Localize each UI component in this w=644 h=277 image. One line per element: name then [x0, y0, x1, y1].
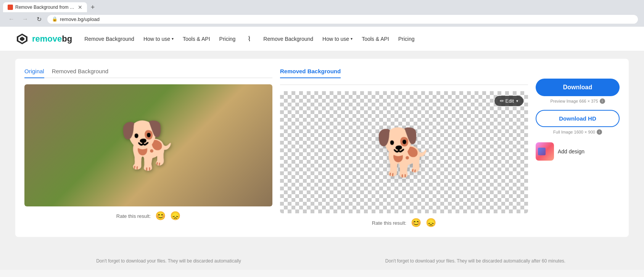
tab-title: Remove Background from Image: [15, 5, 76, 10]
nav-tools-api[interactable]: Tools & API: [183, 36, 210, 42]
tab-original[interactable]: Original: [24, 68, 44, 78]
logo-text: removebg: [32, 34, 72, 44]
nav-remove-background[interactable]: Remove Background: [84, 36, 134, 42]
footer-note-right: Don't forget to download your files. The…: [385, 258, 565, 264]
how-to-use-2-chevron: ▾: [351, 37, 353, 41]
full-info: Full Image 1600 × 900 i: [536, 129, 620, 135]
nav-tools-api-2[interactable]: Tools & API: [362, 36, 389, 42]
happy-icon-left[interactable]: 😊: [155, 211, 166, 221]
nav-how-to-use[interactable]: How to use ▾: [143, 36, 174, 42]
add-design-label: Add design: [558, 148, 584, 155]
url-text: remove.bg/upload: [60, 16, 100, 22]
nav-how-to-use-2[interactable]: How to use ▾: [322, 36, 353, 42]
active-tab[interactable]: Remove Background from Image ✕: [3, 2, 87, 12]
footer-col-right: Don't forget to download your files. The…: [322, 258, 629, 264]
sad-icon-right[interactable]: 😞: [426, 218, 436, 228]
forward-button[interactable]: →: [20, 14, 31, 24]
edit-button[interactable]: ✏ Edit ▾: [494, 96, 523, 106]
main-content: Original Removed Background 🐕 Rate this …: [0, 51, 644, 252]
full-info-icon: i: [597, 129, 602, 135]
tab-favicon: [8, 5, 13, 10]
removed-bg-image: 🐕 ✏ Edit ▾: [280, 91, 528, 213]
original-image-area: 🐕: [24, 84, 272, 206]
preview-info: Preview Image 666 × 375 i: [536, 98, 620, 104]
logo-icon: [15, 32, 29, 46]
navbar: removebg Remove Background How to use ▾ …: [0, 27, 644, 51]
rate-label-right: Rate this result:: [372, 220, 406, 226]
nav-links-left: Remove Background How to use ▾ Tools & A…: [84, 36, 235, 42]
rating-row-left: Rate this result: 😊 😞: [24, 211, 272, 221]
removed-bg-heading: Removed Background: [280, 68, 341, 78]
rating-row-right: Rate this result: 😊 😞: [280, 218, 528, 228]
original-image: 🐕: [24, 84, 272, 206]
lock-icon: 🔒: [52, 16, 58, 22]
sad-icon-left[interactable]: 😞: [170, 211, 180, 221]
nav-divider: ⌇: [248, 35, 251, 43]
right-image-panel: Removed Background 🐕 ✏ Edit ▾ Rate this …: [280, 68, 528, 228]
how-to-use-chevron: ▾: [172, 37, 174, 41]
checker-bg: 🐕: [280, 91, 528, 213]
address-bar[interactable]: 🔒 remove.bg/upload: [47, 15, 638, 24]
nav-pricing-2[interactable]: Pricing: [398, 36, 415, 42]
rate-label-left: Rate this result:: [116, 213, 151, 219]
nav-pricing[interactable]: Pricing: [219, 36, 236, 42]
footer-col-left: Don't forget to download your files. The…: [15, 258, 322, 264]
new-tab-button[interactable]: +: [88, 2, 98, 12]
left-panel: Original Removed Background 🐕 Rate this …: [24, 68, 272, 221]
nav-remove-background-2[interactable]: Remove Background: [263, 36, 313, 42]
nav-links-right: Remove Background How to use ▾ Tools & A…: [263, 36, 414, 42]
edit-chevron-icon: ▾: [516, 99, 518, 103]
puppy-original-icon: 🐕: [120, 119, 177, 172]
download-button[interactable]: Download: [536, 79, 620, 96]
add-design-row[interactable]: Add design: [536, 142, 620, 161]
design-icon-inner: [538, 148, 546, 155]
footer-columns: Don't forget to download your files. The…: [15, 258, 629, 264]
download-hd-button[interactable]: Download HD: [536, 110, 620, 127]
preview-info-icon: i: [600, 98, 605, 104]
tab-close-button[interactable]: ✕: [78, 5, 82, 10]
puppy-removed-icon: 🐕: [375, 126, 433, 179]
footer-note: Don't forget to download your files. The…: [0, 252, 644, 270]
happy-icon-right[interactable]: 😊: [411, 218, 421, 228]
actions-panel: Download Preview Image 666 × 375 i Downl…: [536, 68, 620, 161]
design-icon: [536, 142, 554, 161]
refresh-button[interactable]: ↻: [34, 14, 44, 24]
back-button[interactable]: ←: [6, 14, 17, 24]
result-container: Original Removed Background 🐕 Rate this …: [15, 59, 629, 237]
footer-note-left: Don't forget to download your files. The…: [96, 258, 241, 264]
tab-removed-bg-left[interactable]: Removed Background: [52, 68, 108, 77]
image-tabs: Original Removed Background: [24, 68, 272, 78]
logo[interactable]: removebg: [15, 32, 72, 46]
